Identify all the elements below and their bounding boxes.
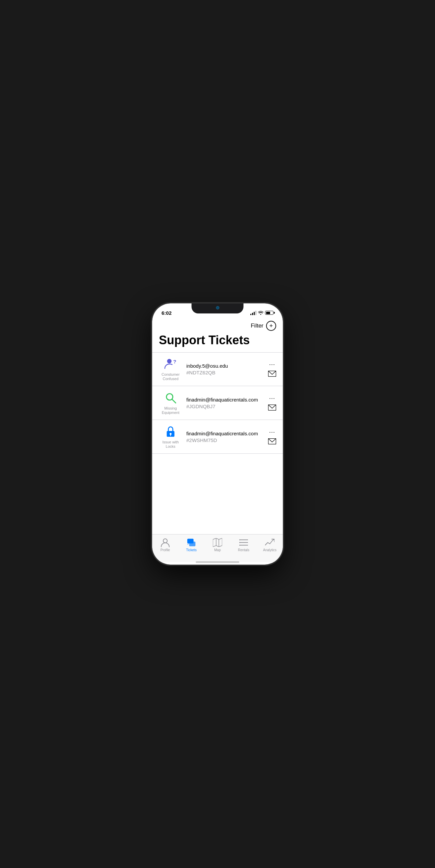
ticket-email: inbody.5@osu.edu [186,363,264,369]
analytics-tab-icon [265,538,274,547]
tab-map[interactable]: Map [204,538,231,552]
phone-screen: 6:02 [152,303,283,565]
ticket-icon-area: MissingEquipment [159,391,182,415]
ticket-icon-area: Issue withLocks [159,425,182,449]
notch [192,303,244,313]
signal-icon [250,311,256,315]
wifi-icon [258,311,263,315]
ticket-id: #NDTZ62QB [186,370,264,375]
ticket-actions: ··· [268,429,276,444]
front-camera [216,306,219,309]
status-time: 6:02 [162,310,172,316]
ticket-actions: ··· [268,361,276,377]
svg-marker-13 [213,538,222,547]
email-button[interactable] [268,438,276,444]
svg-point-19 [239,539,240,540]
ticket-item[interactable]: Issue withLocks finadmin@finaquaticrenta… [152,420,283,454]
confused-icon: ? [164,357,178,371]
home-indicator [152,562,283,565]
battery-icon [265,311,273,315]
header-area: Filter + Support Tickets [152,318,283,347]
map-tab-label: Map [214,548,221,552]
ticket-id: #JGDNQBJ7 [186,404,264,409]
tickets-tab-label: Tickets [186,548,196,552]
ticket-icon-area: ? ConstumerConfused [159,357,182,381]
ticket-actions: ··· [268,395,276,410]
more-options-button[interactable]: ··· [269,361,275,367]
status-icons [250,311,273,315]
tab-tickets[interactable]: Tickets [178,538,204,552]
ticket-info: inbody.5@osu.edu #NDTZ62QB [186,363,264,375]
tab-bar: Profile Tickets [152,534,283,562]
page-title: Support Tickets [159,334,276,347]
ticket-type-label: Issue withLocks [163,440,179,449]
ticket-email: finadmin@finaquaticrentals.com [186,431,264,436]
phone-device: 6:02 [152,303,283,565]
tab-profile[interactable]: Profile [152,538,178,552]
map-tab-icon [213,538,222,547]
main-content: Filter + Support Tickets ? [152,318,283,534]
tab-analytics[interactable]: Analytics [257,538,283,552]
svg-point-10 [163,539,167,543]
email-button[interactable] [268,405,276,410]
ticket-item[interactable]: ? ConstumerConfused inbody.5@osu.edu #ND… [152,352,283,386]
missing-equipment-icon [164,391,178,405]
rentals-tab-label: Rentals [238,548,249,552]
analytics-tab-label: Analytics [263,548,277,552]
ticket-email: finadmin@finaquaticrentals.com [186,397,264,403]
svg-rect-12 [189,541,195,546]
ticket-info: finadmin@finaquaticrentals.com #2WSHM75D [186,431,264,443]
svg-line-4 [172,400,176,403]
email-button[interactable] [268,371,276,377]
more-options-button[interactable]: ··· [269,429,275,435]
filter-row: Filter + [159,321,276,331]
filter-label: Filter [251,322,263,329]
ticket-info: finadmin@finaquaticrentals.com #JGDNQBJ7 [186,397,264,409]
svg-point-21 [239,545,240,546]
filter-button[interactable]: + [266,321,276,331]
profile-tab-label: Profile [161,548,170,552]
ticket-type-label: ConstumerConfused [162,372,180,381]
divider-3 [152,454,283,454]
ticket-item[interactable]: MissingEquipment finadmin@finaquaticrent… [152,386,283,420]
profile-tab-icon [161,538,170,547]
locks-icon [164,425,178,439]
svg-text:?: ? [173,359,176,364]
ticket-type-label: MissingEquipment [162,406,180,415]
svg-point-0 [167,359,172,363]
tickets-tab-icon [187,538,196,547]
rentals-tab-icon [239,538,248,547]
ticket-id: #2WSHM75D [186,437,264,443]
svg-point-20 [239,542,240,543]
more-options-button[interactable]: ··· [269,395,275,401]
tab-rentals[interactable]: Rentals [231,538,257,552]
